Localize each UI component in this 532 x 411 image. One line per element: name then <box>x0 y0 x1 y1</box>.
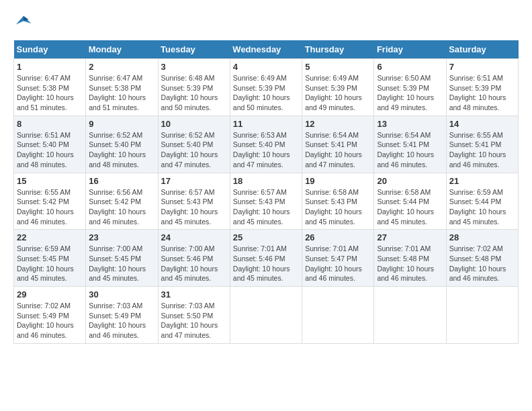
day-info: Sunrise: 6:58 AM Sunset: 5:43 PM Dayligh… <box>305 187 371 227</box>
calendar-cell: 14 Sunrise: 6:55 AM Sunset: 5:41 PM Dayl… <box>446 116 518 173</box>
day-info: Sunrise: 7:01 AM Sunset: 5:48 PM Dayligh… <box>377 244 443 283</box>
day-info: Sunrise: 6:51 AM Sunset: 5:39 PM Dayligh… <box>449 73 515 113</box>
header <box>13 13 519 34</box>
day-number: 27 <box>377 232 443 242</box>
calendar-cell: 6 Sunrise: 6:50 AM Sunset: 5:39 PM Dayli… <box>374 59 446 116</box>
day-number: 31 <box>161 289 227 300</box>
calendar-cell: 4 Sunrise: 6:49 AM Sunset: 5:39 PM Dayli… <box>230 59 302 116</box>
calendar-cell: 20 Sunrise: 6:58 AM Sunset: 5:44 PM Dayl… <box>374 173 446 230</box>
calendar-cell: 29 Sunrise: 7:02 AM Sunset: 5:49 PM Dayl… <box>14 287 86 344</box>
calendar-cell: 10 Sunrise: 6:52 AM Sunset: 5:40 PM Dayl… <box>158 116 230 173</box>
day-info: Sunrise: 6:53 AM Sunset: 5:40 PM Dayligh… <box>233 130 299 170</box>
day-number: 29 <box>17 289 83 300</box>
weekday-header-thursday: Thursday <box>302 40 374 59</box>
calendar-cell: 1 Sunrise: 6:47 AM Sunset: 5:38 PM Dayli… <box>14 59 86 116</box>
day-number: 10 <box>161 119 227 129</box>
calendar-cell: 16 Sunrise: 6:56 AM Sunset: 5:42 PM Dayl… <box>86 173 158 230</box>
calendar-cell: 9 Sunrise: 6:52 AM Sunset: 5:40 PM Dayli… <box>86 116 158 173</box>
calendar-cell: 19 Sunrise: 6:58 AM Sunset: 5:43 PM Dayl… <box>302 173 374 230</box>
day-number: 13 <box>377 119 443 129</box>
weekday-header-friday: Friday <box>374 40 446 59</box>
day-number: 6 <box>377 62 443 72</box>
calendar-week-2: 8 Sunrise: 6:51 AM Sunset: 5:40 PM Dayli… <box>14 116 519 173</box>
day-number: 28 <box>449 232 515 242</box>
calendar-cell: 12 Sunrise: 6:54 AM Sunset: 5:41 PM Dayl… <box>302 116 374 173</box>
day-info: Sunrise: 6:49 AM Sunset: 5:39 PM Dayligh… <box>233 73 299 113</box>
day-number: 15 <box>17 176 83 186</box>
day-info: Sunrise: 6:52 AM Sunset: 5:40 PM Dayligh… <box>89 130 154 170</box>
weekday-header-sunday: Sunday <box>14 40 86 59</box>
weekday-header-saturday: Saturday <box>446 40 518 59</box>
day-number: 20 <box>377 176 443 186</box>
day-number: 1 <box>17 62 83 72</box>
calendar-cell: 26 Sunrise: 7:01 AM Sunset: 5:47 PM Dayl… <box>302 230 374 287</box>
day-number: 9 <box>89 119 154 129</box>
day-info: Sunrise: 6:52 AM Sunset: 5:40 PM Dayligh… <box>161 130 227 170</box>
day-info: Sunrise: 6:59 AM Sunset: 5:45 PM Dayligh… <box>17 244 83 283</box>
day-info: Sunrise: 6:56 AM Sunset: 5:42 PM Dayligh… <box>89 187 154 227</box>
calendar-cell: 15 Sunrise: 6:55 AM Sunset: 5:42 PM Dayl… <box>14 173 86 230</box>
weekday-header-wednesday: Wednesday <box>230 40 302 59</box>
calendar-cell: 25 Sunrise: 7:01 AM Sunset: 5:46 PM Dayl… <box>230 230 302 287</box>
logo-icon <box>13 13 34 34</box>
calendar-cell: 8 Sunrise: 6:51 AM Sunset: 5:40 PM Dayli… <box>14 116 86 173</box>
calendar-cell <box>230 287 302 344</box>
day-info: Sunrise: 6:54 AM Sunset: 5:41 PM Dayligh… <box>377 130 443 170</box>
day-info: Sunrise: 7:00 AM Sunset: 5:45 PM Dayligh… <box>89 244 154 283</box>
calendar-cell: 5 Sunrise: 6:49 AM Sunset: 5:39 PM Dayli… <box>302 59 374 116</box>
day-number: 26 <box>305 232 371 242</box>
day-info: Sunrise: 7:00 AM Sunset: 5:46 PM Dayligh… <box>161 244 227 283</box>
calendar-cell <box>302 287 374 344</box>
calendar-cell <box>446 287 518 344</box>
day-number: 17 <box>161 176 227 186</box>
calendar-cell: 23 Sunrise: 7:00 AM Sunset: 5:45 PM Dayl… <box>86 230 158 287</box>
calendar-cell: 22 Sunrise: 6:59 AM Sunset: 5:45 PM Dayl… <box>14 230 86 287</box>
day-number: 18 <box>233 176 299 186</box>
calendar-cell: 13 Sunrise: 6:54 AM Sunset: 5:41 PM Dayl… <box>374 116 446 173</box>
day-info: Sunrise: 6:58 AM Sunset: 5:44 PM Dayligh… <box>377 187 443 227</box>
day-number: 2 <box>89 62 154 72</box>
day-info: Sunrise: 6:51 AM Sunset: 5:40 PM Dayligh… <box>17 130 83 170</box>
calendar-cell: 27 Sunrise: 7:01 AM Sunset: 5:48 PM Dayl… <box>374 230 446 287</box>
calendar-week-1: 1 Sunrise: 6:47 AM Sunset: 5:38 PM Dayli… <box>14 59 519 116</box>
day-info: Sunrise: 6:57 AM Sunset: 5:43 PM Dayligh… <box>161 187 227 227</box>
day-info: Sunrise: 6:57 AM Sunset: 5:43 PM Dayligh… <box>233 187 299 227</box>
day-number: 30 <box>89 289 154 300</box>
day-number: 23 <box>89 232 154 242</box>
calendar-cell: 17 Sunrise: 6:57 AM Sunset: 5:43 PM Dayl… <box>158 173 230 230</box>
day-number: 5 <box>305 62 371 72</box>
day-info: Sunrise: 7:01 AM Sunset: 5:46 PM Dayligh… <box>233 244 299 283</box>
day-info: Sunrise: 6:59 AM Sunset: 5:44 PM Dayligh… <box>449 187 515 227</box>
day-number: 25 <box>233 232 299 242</box>
day-info: Sunrise: 6:48 AM Sunset: 5:39 PM Dayligh… <box>161 73 227 113</box>
calendar-table: SundayMondayTuesdayWednesdayThursdayFrid… <box>13 40 519 344</box>
day-info: Sunrise: 6:50 AM Sunset: 5:39 PM Dayligh… <box>377 73 443 113</box>
day-info: Sunrise: 6:47 AM Sunset: 5:38 PM Dayligh… <box>89 73 154 113</box>
day-number: 19 <box>305 176 371 186</box>
calendar-cell <box>374 287 446 344</box>
day-info: Sunrise: 6:47 AM Sunset: 5:38 PM Dayligh… <box>17 73 83 113</box>
day-number: 8 <box>17 119 83 129</box>
day-info: Sunrise: 7:01 AM Sunset: 5:47 PM Dayligh… <box>305 244 371 283</box>
day-number: 21 <box>449 176 515 186</box>
day-info: Sunrise: 6:54 AM Sunset: 5:41 PM Dayligh… <box>305 130 371 170</box>
weekday-header-tuesday: Tuesday <box>158 40 230 59</box>
day-info: Sunrise: 6:55 AM Sunset: 5:42 PM Dayligh… <box>17 187 83 227</box>
day-number: 16 <box>89 176 154 186</box>
day-info: Sunrise: 6:55 AM Sunset: 5:41 PM Dayligh… <box>449 130 515 170</box>
day-number: 7 <box>449 62 515 72</box>
day-info: Sunrise: 6:49 AM Sunset: 5:39 PM Dayligh… <box>305 73 371 113</box>
weekday-header-monday: Monday <box>86 40 158 59</box>
calendar-cell: 7 Sunrise: 6:51 AM Sunset: 5:39 PM Dayli… <box>446 59 518 116</box>
calendar-cell: 18 Sunrise: 6:57 AM Sunset: 5:43 PM Dayl… <box>230 173 302 230</box>
calendar-week-3: 15 Sunrise: 6:55 AM Sunset: 5:42 PM Dayl… <box>14 173 519 230</box>
day-number: 14 <box>449 119 515 129</box>
calendar-cell: 28 Sunrise: 7:02 AM Sunset: 5:48 PM Dayl… <box>446 230 518 287</box>
day-number: 4 <box>233 62 299 72</box>
logo <box>13 13 36 34</box>
day-number: 22 <box>17 232 83 242</box>
day-info: Sunrise: 7:02 AM Sunset: 5:49 PM Dayligh… <box>17 301 83 340</box>
day-number: 3 <box>161 62 227 72</box>
calendar-cell: 2 Sunrise: 6:47 AM Sunset: 5:38 PM Dayli… <box>86 59 158 116</box>
day-info: Sunrise: 7:02 AM Sunset: 5:48 PM Dayligh… <box>449 244 515 283</box>
